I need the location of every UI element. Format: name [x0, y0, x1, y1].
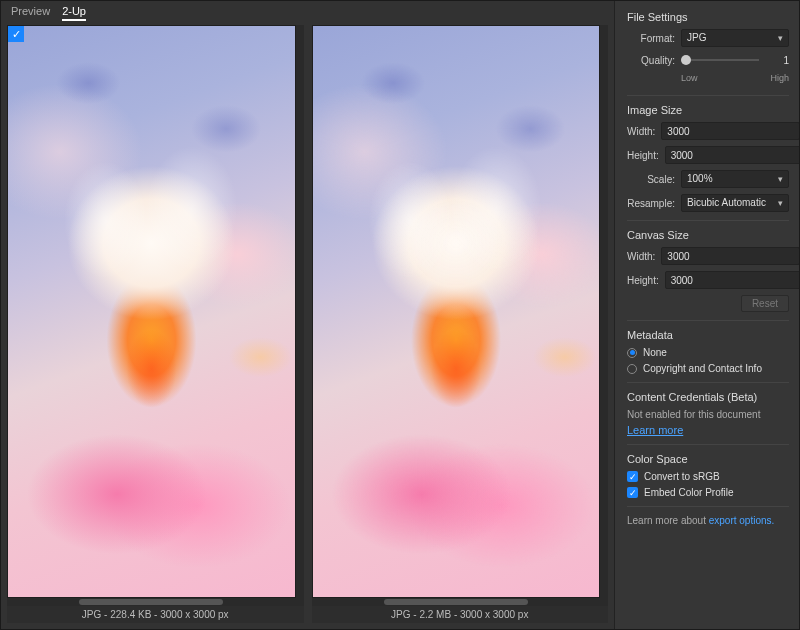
resample-select[interactable]: Bicubic Automatic ▾ — [681, 194, 789, 212]
export-dialog: Preview 2-Up ✓ JPG - 228.4 KB - 3000 x 3… — [0, 0, 800, 630]
metadata-none-radio[interactable]: None — [627, 347, 789, 358]
chevron-down-icon: ▾ — [778, 195, 783, 211]
preview-left-hscroll[interactable] — [7, 598, 296, 606]
preview-left-caption: JPG - 228.4 KB - 3000 x 3000 px — [7, 606, 304, 623]
scale-value: 100% — [687, 171, 713, 187]
scale-label: Scale: — [627, 174, 675, 185]
cv-width-input[interactable] — [661, 247, 799, 265]
quality-high-label: High — [770, 73, 789, 83]
convert-srgb-checkbox[interactable]: ✓Convert to sRGB — [627, 471, 789, 482]
color-space-title: Color Space — [627, 453, 789, 465]
canvas-size-title: Canvas Size — [627, 229, 789, 241]
convert-srgb-label: Convert to sRGB — [644, 471, 720, 482]
metadata-copyright-radio[interactable]: Copyright and Contact Info — [627, 363, 789, 374]
cv-height-input[interactable] — [665, 271, 799, 289]
credentials-learn-more-link[interactable]: Learn more — [627, 424, 789, 436]
format-label: Format: — [627, 33, 675, 44]
credentials-title: Content Credentials (Beta) — [627, 391, 789, 403]
image-size-title: Image Size — [627, 104, 789, 116]
export-options-link[interactable]: export options. — [709, 515, 775, 526]
selected-check-icon: ✓ — [8, 26, 24, 42]
preview-left-vscroll[interactable] — [296, 25, 304, 606]
preview-right-image[interactable] — [312, 25, 601, 598]
preview-pane: Preview 2-Up ✓ JPG - 228.4 KB - 3000 x 3… — [1, 1, 614, 629]
chevron-down-icon: ▾ — [778, 30, 783, 46]
reset-button[interactable]: Reset — [741, 295, 789, 312]
scale-select[interactable]: 100% ▾ — [681, 170, 789, 188]
footer-text: Learn more about export options. — [627, 515, 789, 526]
preview-right: JPG - 2.2 MB - 3000 x 3000 px — [312, 25, 609, 623]
chevron-down-icon: ▾ — [778, 171, 783, 187]
settings-panel: File Settings Format: JPG ▾ Quality: 1 L… — [614, 1, 799, 629]
quality-label: Quality: — [627, 55, 675, 66]
file-settings-title: File Settings — [627, 11, 789, 23]
cv-width-label: Width: — [627, 251, 655, 262]
embed-profile-label: Embed Color Profile — [644, 487, 733, 498]
cv-height-label: Height: — [627, 275, 659, 286]
credentials-status: Not enabled for this document — [627, 409, 789, 420]
preview-tabs: Preview 2-Up — [1, 1, 614, 21]
img-width-label: Width: — [627, 126, 655, 137]
embed-profile-checkbox[interactable]: ✓Embed Color Profile — [627, 487, 789, 498]
resample-value: Bicubic Automatic — [687, 195, 766, 211]
quality-low-label: Low — [681, 73, 698, 83]
tab-2up[interactable]: 2-Up — [62, 5, 86, 21]
format-select[interactable]: JPG ▾ — [681, 29, 789, 47]
metadata-title: Metadata — [627, 329, 789, 341]
img-height-label: Height: — [627, 150, 659, 161]
quality-value: 1 — [775, 55, 789, 66]
preview-right-caption: JPG - 2.2 MB - 3000 x 3000 px — [312, 606, 609, 623]
preview-2up-container: ✓ JPG - 228.4 KB - 3000 x 3000 px — [1, 21, 614, 629]
tab-preview[interactable]: Preview — [11, 5, 50, 21]
preview-left: ✓ JPG - 228.4 KB - 3000 x 3000 px — [7, 25, 304, 623]
img-width-input[interactable] — [661, 122, 799, 140]
img-height-input[interactable] — [665, 146, 799, 164]
quality-slider[interactable] — [681, 53, 769, 67]
preview-left-image[interactable]: ✓ — [7, 25, 296, 598]
format-value: JPG — [687, 30, 706, 46]
preview-right-hscroll[interactable] — [312, 598, 601, 606]
metadata-copyright-label: Copyright and Contact Info — [643, 363, 762, 374]
preview-right-vscroll[interactable] — [600, 25, 608, 606]
resample-label: Resample: — [627, 198, 675, 209]
metadata-none-label: None — [643, 347, 667, 358]
